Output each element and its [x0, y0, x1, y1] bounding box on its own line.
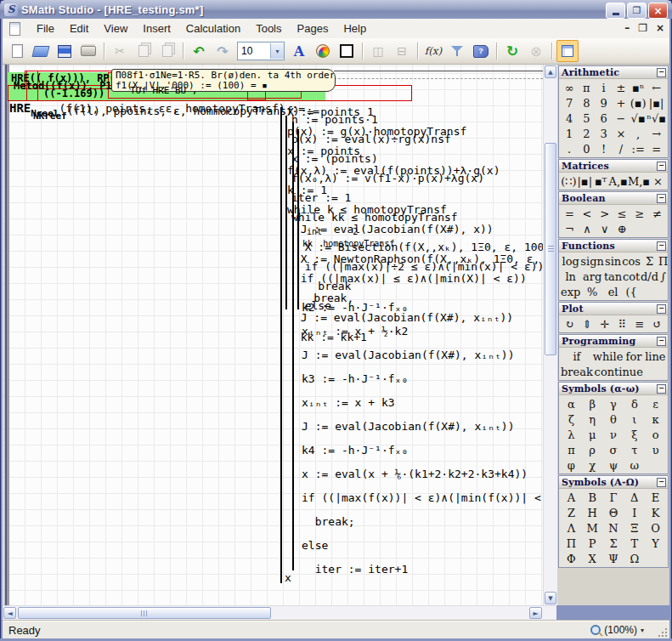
palette-button[interactable]: α	[561, 396, 582, 411]
palette-button[interactable]: σ	[603, 442, 624, 457]
palette-title-bar[interactable]: Functions−	[559, 240, 668, 252]
align-horizontal-button[interactable]: ◫	[367, 40, 389, 62]
palette-button[interactable]: :=	[630, 141, 647, 156]
palette-button[interactable]: 5	[578, 111, 595, 126]
menu-item[interactable]: Help	[336, 20, 374, 37]
palette-button[interactable]: el	[604, 284, 622, 299]
palette-button[interactable]: ξ	[624, 427, 645, 442]
palette-button[interactable]: >	[596, 206, 613, 221]
vertical-scroll-thumb[interactable]	[545, 143, 556, 355]
palette-button[interactable]: ≠	[648, 206, 666, 221]
palette-button[interactable]: ←	[647, 80, 666, 95]
palette-button[interactable]: ⠿	[613, 316, 631, 332]
palette-button[interactable]: Γ	[603, 490, 624, 505]
palette-button[interactable]: Σ	[641, 253, 658, 269]
title-bar[interactable]: S SMath Studio - [HRE_testing.sm*] ❐ ×	[0, 0, 672, 19]
mdi-close-button[interactable]: ×	[656, 22, 664, 34]
palette-button[interactable]: Ψ	[603, 551, 624, 566]
palette-button[interactable]: π	[578, 80, 595, 95]
palette-title-bar[interactable]: Boolean−	[559, 192, 668, 205]
palette-button[interactable]: ±	[613, 80, 630, 95]
program-line[interactable]: xᵢₙₜ := x + ½·k2	[302, 320, 543, 343]
scroll-right-button[interactable]: ►	[529, 607, 542, 619]
palette-button[interactable]: !	[596, 141, 613, 156]
print-button[interactable]	[77, 40, 99, 62]
palette-button[interactable]: Τ	[624, 536, 645, 551]
palette-button[interactable]: Ζ	[561, 505, 582, 520]
copy-button[interactable]	[133, 40, 155, 62]
palette-button[interactable]: .	[561, 141, 578, 156]
menu-item[interactable]: Pages	[290, 20, 336, 37]
palette-button[interactable]: ⊕	[613, 221, 631, 236]
palette-button[interactable]: ∨	[596, 221, 613, 236]
program-line[interactable]: else	[302, 534, 543, 558]
palette-button[interactable]: Ο	[645, 520, 666, 536]
program-line[interactable]: while kk ≤ homotopyTransf	[291, 207, 543, 227]
scroll-left-button[interactable]: ◄	[3, 607, 16, 619]
palette-button[interactable]: ×	[650, 173, 666, 189]
palette-button[interactable]: Θ	[603, 505, 624, 520]
program-result[interactable]: x	[285, 571, 291, 584]
palette-button[interactable]: ψ	[603, 457, 624, 473]
horizontal-scroll-thumb[interactable]	[18, 607, 271, 619]
palette-title-bar[interactable]: Arithmetic−	[559, 66, 668, 79]
palette-button[interactable]: %	[580, 284, 604, 299]
program-line[interactable]: iter := 1	[291, 188, 543, 207]
palette-button[interactable]: Υ	[645, 536, 666, 551]
palette-button[interactable]: =	[647, 141, 666, 156]
palette-button[interactable]: M,▪	[628, 173, 650, 189]
zoom-dropdown-caret[interactable]: ▾	[641, 627, 644, 634]
program-line[interactable]: int 2	[291, 227, 543, 237]
palette-button[interactable]: χ	[582, 457, 603, 473]
palette-button[interactable]: while	[593, 349, 624, 364]
palette-button[interactable]: =	[561, 206, 579, 221]
combo-dropdown-button[interactable]: ▾	[270, 43, 284, 59]
palette-button[interactable]: 1	[561, 126, 578, 141]
palette-button[interactable]: exp	[561, 284, 580, 299]
palette-button[interactable]: (∷)	[561, 173, 577, 189]
menu-item[interactable]: Calculation	[178, 20, 248, 37]
palette-title-bar[interactable]: Programming−	[559, 335, 668, 348]
palette-button[interactable]: ο	[645, 427, 666, 442]
palette-button[interactable]: κ	[645, 411, 666, 427]
scroll-down-button[interactable]: ▼	[545, 592, 556, 604]
mdi-restore-button[interactable]: ❐	[638, 22, 647, 34]
palette-button[interactable]: Ε	[645, 490, 666, 505]
palette-button[interactable]: π	[561, 442, 582, 457]
new-button[interactable]	[6, 40, 28, 62]
palette-button[interactable]: ∧	[579, 221, 596, 236]
palette-button[interactable]: Β	[582, 490, 603, 505]
program-line[interactable]: break;	[302, 510, 543, 534]
program-line[interactable]: if ((|max(x)|÷2 ≤ ε)∧(|min(x)| < ε))	[291, 257, 543, 276]
open-button[interactable]	[30, 40, 52, 62]
palette-button[interactable]: |▪|	[647, 95, 666, 111]
palette-button[interactable]: <	[579, 206, 596, 221]
collapse-icon[interactable]: −	[657, 337, 666, 346]
side-panel-toggle-button[interactable]	[556, 40, 579, 62]
palette-button[interactable]: Χ	[582, 551, 603, 566]
palette-button[interactable]: ↺	[648, 316, 666, 332]
palette-title-bar[interactable]: Matrices−	[559, 160, 668, 173]
palette-button[interactable]: ζ	[561, 411, 582, 427]
save-button[interactable]	[54, 40, 76, 62]
palette-button[interactable]: ε	[645, 396, 666, 411]
palette-button[interactable]: θ	[603, 411, 624, 427]
palette-button[interactable]: Ρ	[582, 536, 603, 551]
palette-button[interactable]: i	[596, 80, 613, 95]
palette-button[interactable]: sin	[604, 253, 622, 269]
palette-button[interactable]: Ι	[624, 505, 645, 520]
palette-button[interactable]: ↻	[561, 316, 579, 332]
palette-button[interactable]: Ν	[603, 520, 624, 536]
palette-button[interactable]: γ	[603, 396, 624, 411]
collapse-icon[interactable]: −	[657, 304, 666, 314]
recalculate-button[interactable]: ↻	[501, 40, 523, 62]
palette-button[interactable]: ,	[630, 126, 647, 141]
palette-button[interactable]: arg	[580, 269, 604, 284]
palette-button[interactable]: ≥	[631, 206, 649, 221]
palette-button[interactable]: ∫	[658, 269, 668, 284]
palette-button[interactable]: Π	[658, 253, 668, 269]
vertical-scrollbar[interactable]: ▲ ▼	[543, 65, 557, 605]
palette-button[interactable]: −	[613, 111, 630, 126]
palette-button[interactable]: ≡	[631, 316, 649, 332]
palette-button[interactable]: ν	[603, 427, 624, 442]
